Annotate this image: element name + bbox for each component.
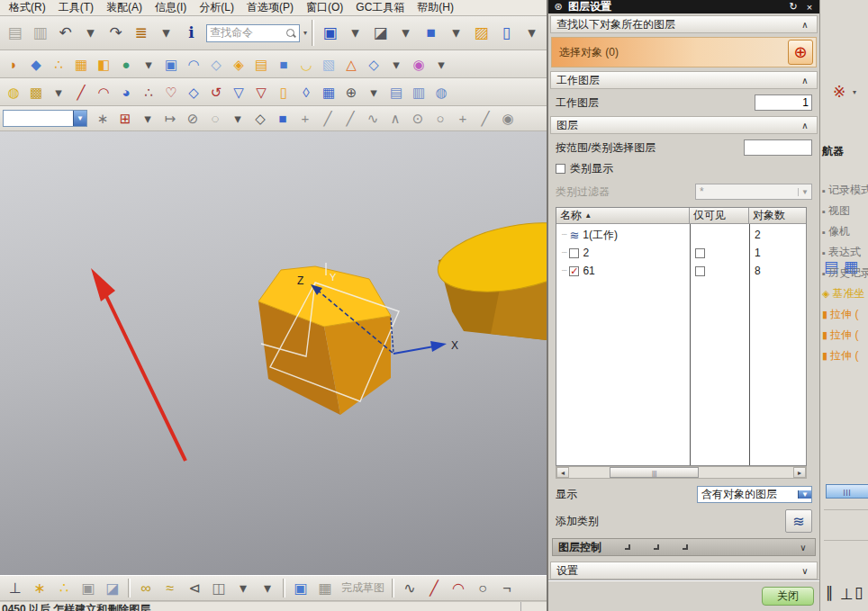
- key-icon[interactable]: ∗: [28, 577, 51, 600]
- through-curves-icon[interactable]: ▥: [408, 81, 429, 103]
- steps-icon[interactable]: ▣: [77, 577, 100, 600]
- column-header-object-count[interactable]: 对象数: [749, 208, 806, 223]
- selection-filter-combo[interactable]: ▼: [3, 110, 87, 127]
- cube-caret[interactable]: ▾: [444, 21, 468, 45]
- annotation-icon[interactable]: ▩: [25, 81, 47, 103]
- lasso-icon[interactable]: ◌: [204, 108, 226, 130]
- layer-row-2[interactable]: ┄ 2 1: [556, 244, 806, 262]
- orient-view-caret[interactable]: ▾: [393, 21, 418, 45]
- part-family-icon[interactable]: ◍: [3, 81, 24, 103]
- fit-view-icon[interactable]: ▣: [318, 21, 342, 45]
- navigator-item-expressions[interactable]: ▪ 表达式: [820, 242, 868, 263]
- collapse-chevron-icon[interactable]: ∧: [799, 20, 811, 30]
- selection-filter-caret[interactable]: ▼: [73, 111, 86, 126]
- snap-caret[interactable]: ▾: [137, 108, 158, 130]
- annotation-caret[interactable]: ▾: [48, 81, 69, 103]
- settings-section-header[interactable]: 设置 ∨: [550, 562, 818, 580]
- trim-sheet-icon[interactable]: ▽: [228, 81, 249, 103]
- sketch-icon[interactable]: ●: [115, 53, 137, 75]
- brush-chain-icon[interactable]: ≈: [158, 577, 182, 600]
- dialog-reset-icon[interactable]: ↻: [787, 1, 800, 13]
- collapse-chevron-icon[interactable]: ∧: [799, 76, 811, 85]
- pattern-feature-icon[interactable]: ∴: [48, 53, 69, 75]
- collapse-chevron-icon[interactable]: ∧: [799, 121, 811, 130]
- block-icon[interactable]: ▣: [160, 53, 182, 75]
- snap-spline-icon[interactable]: ∿: [362, 108, 384, 130]
- snap-point2-icon[interactable]: ◉: [497, 108, 519, 130]
- menu-gc-toolbox[interactable]: GC工具箱: [356, 0, 404, 15]
- constraint-icon[interactable]: ※: [833, 83, 845, 102]
- navigator-item-extrude-3[interactable]: ▮ 拉伸 (: [820, 346, 868, 366]
- menu-information[interactable]: 信息(I): [155, 0, 186, 15]
- graphics-viewport[interactable]: Y Z X: [0, 131, 547, 575]
- menu-window[interactable]: 窗口(O): [306, 0, 343, 15]
- trim-body-icon[interactable]: ◈: [228, 53, 249, 75]
- snap-point-icon[interactable]: ⊞: [114, 108, 136, 130]
- sweep-icon[interactable]: ▧: [318, 53, 339, 75]
- window-caret[interactable]: ▾: [520, 21, 544, 45]
- snap-vertex-icon[interactable]: ∧: [384, 108, 406, 130]
- column-header-visible-only[interactable]: 仅可见: [690, 208, 749, 223]
- snap-line2-icon[interactable]: ╱: [339, 108, 361, 130]
- navigator-item-extrude-1[interactable]: ▮ 拉伸 (: [820, 304, 868, 325]
- grid-surface-icon[interactable]: ▦: [318, 81, 339, 103]
- navigator-item-datum-csys[interactable]: ◈ 基准坐: [820, 283, 868, 304]
- snap-diag-icon[interactable]: ╱: [475, 108, 496, 130]
- snap-end-icon[interactable]: ↦: [159, 108, 181, 130]
- layer-list-caret[interactable]: ▾: [154, 21, 178, 45]
- offset-sheet-icon[interactable]: ▽: [250, 81, 272, 103]
- cube-brush-icon[interactable]: ◪: [101, 577, 124, 600]
- find-objects-section-header[interactable]: 查找以下对象所在的图层 ∧: [550, 15, 818, 33]
- layer-visible-checkbox[interactable]: [569, 248, 579, 258]
- more-caret[interactable]: ▾: [256, 577, 279, 600]
- snap-mid-icon[interactable]: ⊘: [182, 108, 203, 130]
- redo-icon[interactable]: ↷: [104, 21, 128, 45]
- select-object-target-button[interactable]: ⊕: [788, 40, 813, 65]
- studio-surface-icon[interactable]: ◕: [115, 81, 137, 103]
- expand-chevron-icon[interactable]: ∨: [799, 566, 811, 576]
- spline-icon[interactable]: ∿: [398, 577, 421, 600]
- wireframe-cube-icon[interactable]: ◇: [363, 53, 384, 75]
- orient-view-icon[interactable]: ◪: [368, 21, 393, 45]
- open-folder-icon[interactable]: ▨: [469, 21, 493, 45]
- shell-icon[interactable]: ▤: [250, 53, 272, 75]
- snap-move-icon[interactable]: +: [294, 108, 316, 130]
- sketch-corner-icon[interactable]: ¬: [495, 577, 519, 600]
- undo-caret[interactable]: ▾: [78, 21, 103, 45]
- freeform-icon[interactable]: ◠: [183, 53, 204, 75]
- menu-preferences[interactable]: 首选项(P): [247, 0, 294, 15]
- lasso-caret[interactable]: ▾: [227, 108, 249, 130]
- sheet-trim-icon[interactable]: ◇: [183, 81, 204, 103]
- more-features-caret[interactable]: ▾: [385, 53, 407, 75]
- navigator-item-history-mode[interactable]: ▪ 记录模式: [820, 180, 868, 201]
- range-select-input[interactable]: [744, 139, 812, 156]
- navigator-item-cameras[interactable]: ▪ 像机: [820, 221, 868, 242]
- datum-plane-icon[interactable]: ⊥: [4, 577, 27, 600]
- revolve-icon[interactable]: ◗: [3, 53, 24, 75]
- select-scope-icon[interactable]: ∗: [92, 108, 113, 130]
- sheet-body-icon[interactable]: ▯: [273, 81, 294, 103]
- navigator-item-extrude-2[interactable]: ▮ 拉伸 (: [820, 325, 868, 346]
- new-sketch-icon[interactable]: ▣: [289, 577, 312, 600]
- normal-arrow-icon[interactable]: ⊕: [340, 81, 362, 103]
- split-body-icon[interactable]: ◇: [205, 53, 227, 75]
- snap-line1-icon[interactable]: ╱: [317, 108, 339, 130]
- isometric-cube-icon[interactable]: ■: [419, 21, 443, 45]
- find-command-caret[interactable]: ▾: [303, 21, 309, 45]
- close-button[interactable]: 关闭: [762, 587, 814, 606]
- work-layer-input[interactable]: [755, 94, 812, 111]
- menu-analysis[interactable]: 分析(L): [199, 0, 234, 15]
- swept-icon[interactable]: ◍: [430, 81, 452, 103]
- sketch-circle-icon[interactable]: ○: [471, 577, 494, 600]
- pattern-geometry-icon[interactable]: ▦: [70, 53, 92, 75]
- arc-curve-icon[interactable]: ◠: [93, 81, 114, 103]
- menu-format[interactable]: 格式(R): [9, 0, 46, 15]
- unite-icon[interactable]: ◧: [93, 53, 114, 75]
- add-category-button[interactable]: ≋: [785, 509, 812, 533]
- finish-sketch-icon[interactable]: ▦: [313, 577, 337, 600]
- menu-help[interactable]: 帮助(H): [417, 0, 454, 15]
- dice-icon[interactable]: ◇: [249, 108, 271, 130]
- table-horizontal-scrollbar[interactable]: ◂ ||| ▸: [556, 466, 807, 479]
- sheet-icon[interactable]: ◡: [295, 53, 317, 75]
- navigator-scrollbar-thumb[interactable]: |||: [826, 484, 868, 499]
